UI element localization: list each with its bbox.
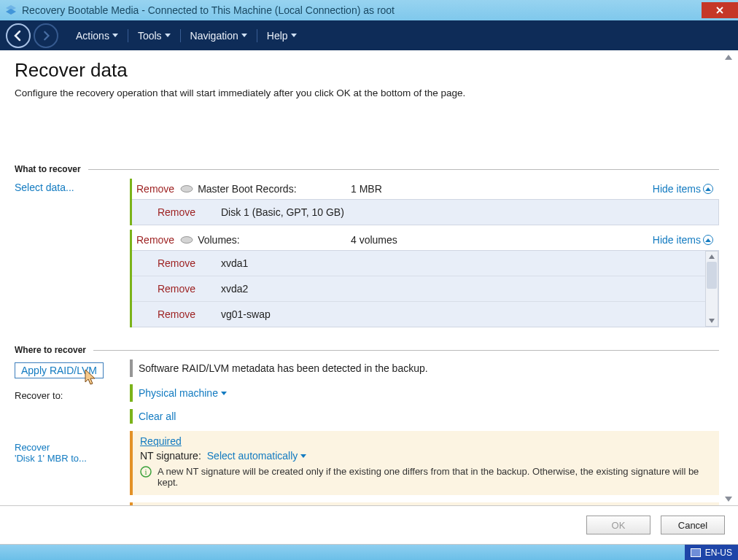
recover-disk1-mbr-link[interactable]: Recover 'Disk 1' MBR to... [15,442,130,464]
svg-point-2 [181,186,193,192]
recover-to-label: Recover to: [15,390,130,401]
group-label: Master Boot Records: [198,183,296,195]
nt-signature-label: NT signature: [140,450,201,462]
window-title: Recovery Bootable Media - Connected to T… [22,4,395,16]
menu-navigation[interactable]: Navigation [183,30,255,42]
disk-icon [180,236,193,244]
remove-row-link[interactable]: Remove [132,283,221,295]
nt-signature-note: A new NT signature will be created only … [158,466,712,488]
chevron-down-icon [291,34,297,37]
table-row: Remove xvda1 [132,251,705,276]
cancel-button[interactable]: Cancel [661,516,725,534]
page-scrollbar[interactable] [722,50,735,505]
group-master-boot-records: Remove Master Boot Records: 1 MBR Hide i… [130,179,719,225]
main-toolbar: Actions Tools Navigation Help [0,20,738,50]
dialog-footer: OK Cancel [0,505,738,545]
page-body: Recover data Configure the recovery oper… [0,50,738,505]
keyboard-icon [691,548,701,557]
language-indicator[interactable]: EN-US [685,545,738,560]
chevron-down-icon [165,34,171,37]
window-close-button[interactable] [702,2,738,18]
menu-actions[interactable]: Actions [69,30,125,42]
remove-volumes-group-link[interactable]: Remove [135,234,180,246]
chevron-down-icon [300,454,306,458]
physical-machine-dropdown[interactable]: Physical machine [139,387,227,399]
chevron-down-icon [112,34,118,37]
row-label: vg01-swap [221,308,271,320]
raid-lvm-detected-message: Software RAID/LVM metadata has been dete… [130,359,719,377]
inner-scrollbar[interactable] [705,251,718,327]
info-icon: i [140,466,152,478]
disk1-mbr-target-block: Required NT signature: Select automatica… [130,431,719,495]
clear-all-link[interactable]: Clear all [139,411,176,422]
apply-raid-lvm-button[interactable]: Apply RAID/LVM [15,362,104,378]
svg-text:i: i [144,467,147,476]
group-label: Volumes: [198,234,240,246]
clear-all-row: Clear all [130,409,719,424]
svg-point-3 [181,237,193,244]
scroll-thumb[interactable] [707,262,717,289]
table-row: Remove Disk 1 (Basic, GPT, 10 GB) [132,200,718,225]
scroll-down-icon[interactable] [708,317,715,324]
scroll-up-icon[interactable] [725,53,732,61]
remove-row-link[interactable]: Remove [132,308,221,320]
status-bar: EN-US [0,545,738,560]
menu-tools[interactable]: Tools [131,30,178,42]
group-count: 1 MBR [351,183,382,195]
row-label: Disk 1 (Basic, GPT, 10 GB) [221,206,344,218]
group-count: 4 volumes [351,234,397,246]
collapse-up-icon [703,184,713,194]
scroll-down-icon[interactable] [725,495,732,502]
group-volumes: Remove Volumes: 4 volumes Hide items [130,230,719,327]
section-what-to-recover: What to recover [15,164,719,174]
page-description: Configure the recovery operation that wi… [15,88,723,98]
ok-button[interactable]: OK [586,516,650,534]
svg-marker-4 [709,254,715,259]
chevron-down-icon [221,392,227,395]
menu-help[interactable]: Help [260,30,304,42]
cursor-icon [84,369,100,388]
row-label: xvda2 [221,283,248,295]
nav-forward-button[interactable] [34,23,58,48]
collapse-up-icon [703,235,713,245]
table-row: Remove vg01-swap [132,302,705,327]
remove-row-link[interactable]: Remove [132,257,221,269]
nt-signature-dropdown[interactable]: Select automatically [207,450,307,462]
table-row: Remove xvda2 [132,276,705,302]
remove-mbr-group-link[interactable]: Remove [135,183,180,195]
disk-icon [180,184,193,193]
window-titlebar: Recovery Bootable Media - Connected to T… [0,0,738,20]
nav-back-button[interactable] [6,23,31,48]
remove-row-link[interactable]: Remove [132,206,221,218]
hide-items-link[interactable]: Hide items [653,183,713,195]
page-title: Recover data [15,59,723,82]
select-data-link[interactable]: Select data... [15,182,74,193]
app-icon [4,4,18,17]
hide-items-link[interactable]: Hide items [653,234,713,246]
svg-marker-8 [725,55,732,60]
scroll-up-icon[interactable] [708,253,715,260]
section-where-to-recover: Where to recover [15,345,719,355]
chevron-down-icon [241,34,247,37]
svg-marker-5 [709,319,715,323]
svg-marker-1 [6,9,16,15]
row-label: xvda1 [221,257,248,269]
recover-to-row: Physical machine [130,384,719,402]
required-link[interactable]: Required [140,435,182,447]
svg-marker-9 [725,497,732,502]
